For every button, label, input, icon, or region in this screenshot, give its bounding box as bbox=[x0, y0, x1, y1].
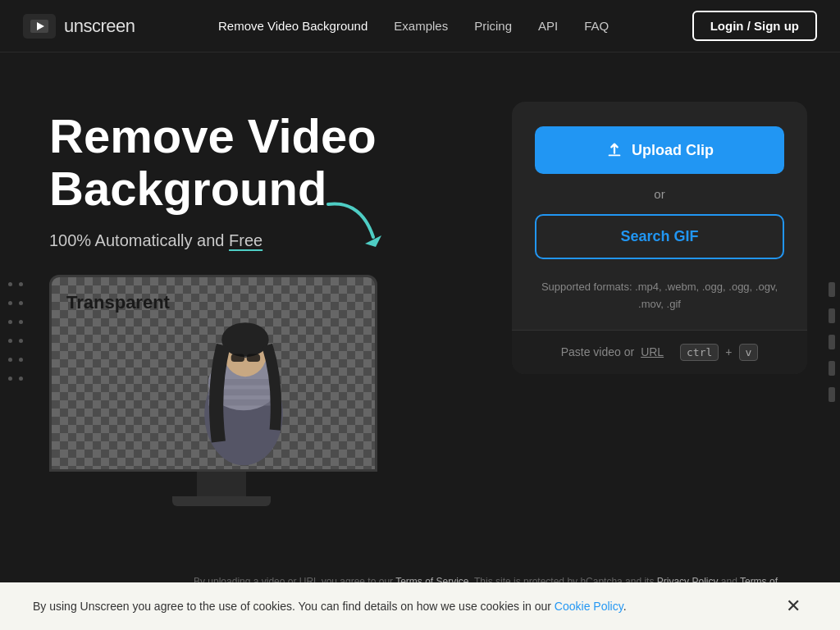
upload-icon bbox=[605, 141, 623, 159]
bars-decoration bbox=[829, 282, 835, 402]
or-divider: or bbox=[535, 187, 784, 201]
paste-label: Paste video or bbox=[561, 345, 635, 358]
hero-section: Remove VideoBackground 100% Automaticall… bbox=[0, 52, 840, 561]
nav-examples[interactable]: Examples bbox=[394, 19, 448, 33]
cookie-banner: By using Unscreen you agree to the use o… bbox=[0, 582, 840, 630]
dots-decoration bbox=[8, 282, 23, 381]
cookie-close-button[interactable]: ✕ bbox=[779, 596, 807, 617]
upload-clip-button[interactable]: Upload Clip bbox=[535, 126, 784, 174]
cookie-policy-link[interactable]: Cookie Policy bbox=[555, 600, 623, 613]
v-key: v bbox=[739, 344, 759, 361]
nav-remove-video[interactable]: Remove Video Background bbox=[218, 19, 368, 33]
logo-link[interactable]: unscreen bbox=[23, 14, 135, 39]
search-gif-button[interactable]: Search GIF bbox=[535, 214, 784, 259]
logo-text: unscreen bbox=[64, 16, 135, 37]
subtitle-free: Free bbox=[229, 231, 262, 249]
arrow-decoration bbox=[320, 196, 386, 257]
supported-formats-text: Supported formats: .mp4, .webm, .ogg, .o… bbox=[535, 279, 784, 313]
ctrl-key: ctrl bbox=[680, 344, 719, 361]
upload-btn-label: Upload Clip bbox=[632, 142, 714, 159]
subtitle-prefix: 100% Automatically and bbox=[49, 231, 229, 249]
svg-rect-10 bbox=[231, 354, 244, 362]
nav-faq[interactable]: FAQ bbox=[584, 19, 609, 33]
cookie-suffix: . bbox=[623, 600, 627, 613]
plus-sign: + bbox=[725, 345, 732, 358]
login-button[interactable]: Login / Sign up bbox=[692, 11, 817, 41]
cookie-prefix: By using Unscreen you agree to the use o… bbox=[33, 600, 555, 613]
navbar: unscreen Remove Video Background Example… bbox=[0, 0, 840, 52]
monitor-content: Transparent bbox=[52, 277, 375, 469]
paste-row: Paste video or URL ctrl + v bbox=[512, 330, 807, 374]
paste-hint-space bbox=[670, 345, 673, 358]
hero-subtitle: 100% Automatically and Free bbox=[49, 231, 479, 250]
nav-pricing[interactable]: Pricing bbox=[474, 19, 512, 33]
monitor-frame: Transparent bbox=[49, 275, 377, 472]
nav-links: Remove Video Background Examples Pricing… bbox=[218, 19, 609, 34]
cookie-text: By using Unscreen you agree to the use o… bbox=[33, 600, 627, 613]
hero-title: Remove VideoBackground bbox=[49, 110, 479, 215]
monitor-illustration: Transparent bbox=[49, 275, 394, 506]
monitor-base bbox=[172, 496, 271, 506]
upload-panel: Upload Clip or Search GIF Supported form… bbox=[512, 102, 807, 374]
svg-rect-13 bbox=[609, 155, 621, 157]
person-silhouette bbox=[162, 289, 326, 469]
svg-rect-11 bbox=[247, 354, 260, 362]
monitor-stand bbox=[197, 472, 246, 496]
url-link[interactable]: URL bbox=[641, 345, 664, 358]
transparent-label: Transparent bbox=[66, 292, 170, 313]
nav-api[interactable]: API bbox=[538, 19, 558, 33]
hero-left: Remove VideoBackground 100% Automaticall… bbox=[49, 102, 479, 506]
logo-icon bbox=[23, 14, 56, 39]
